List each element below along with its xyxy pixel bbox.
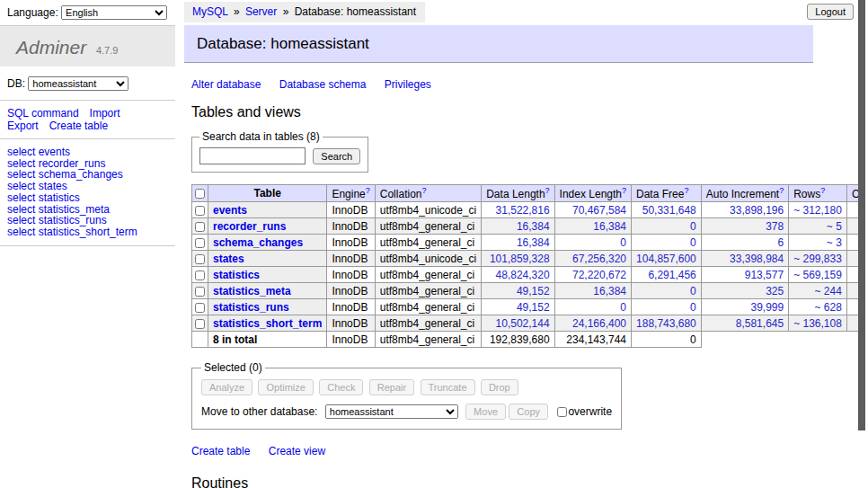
privileges-link[interactable]: Privileges [385,78,431,91]
table-link[interactable]: events [213,204,247,217]
sidebar-link-sql-command[interactable]: SQL command [7,107,79,120]
db-select[interactable]: homeassistant [28,76,128,91]
data-length-cell[interactable]: 31,522,816 [482,202,554,218]
rows-cell[interactable]: ~ 628 [789,299,847,315]
data-free-cell[interactable]: 0 [632,299,702,315]
table-link[interactable]: recorder_runs [213,220,286,233]
data-length-cell[interactable]: 10,502,144 [482,315,554,332]
row-checkbox[interactable] [195,287,205,297]
table-link[interactable]: statistics_short_term [213,317,322,330]
sidebar-link-import[interactable]: Import [90,107,120,120]
help-link[interactable]: ? [366,186,370,195]
table-link[interactable]: statistics [213,269,260,281]
data-free-cell[interactable]: 6,291,456 [632,267,702,283]
table-link[interactable]: statistics_runs [213,301,289,314]
copy-button[interactable]: Copy [509,404,548,420]
row-checkbox[interactable] [195,319,205,329]
row-checkbox[interactable] [195,271,205,280]
auto-increment-cell[interactable]: 33,898,196 [701,202,788,218]
auto-increment-cell[interactable]: 913,577 [701,267,788,283]
rows-cell[interactable]: ~ 5 [789,218,847,235]
data-length-cell[interactable]: 48,824,320 [482,267,554,283]
row-checkbox[interactable] [195,303,205,313]
help-link[interactable]: ? [622,186,626,195]
data-length-cell[interactable]: 16,384 [482,235,554,251]
auto-increment-cell[interactable]: 378 [701,218,788,235]
table-row: statesInnoDButf8mb4_unicode_ci101,859,32… [192,251,868,267]
rows-cell[interactable]: ~ 569,159 [789,267,847,283]
database-actions: Alter database Database schema Privilege… [191,78,813,91]
auto-increment-cell[interactable]: 8,581,645 [701,315,788,332]
create-table-link[interactable]: Create table [191,445,250,457]
move-button[interactable]: Move [465,404,506,420]
row-checkbox[interactable] [195,222,205,232]
data-length-cell[interactable]: 16,384 [482,218,554,235]
auto-increment-cell[interactable]: 33,398,984 [701,251,788,267]
data-length-cell[interactable]: 101,859,328 [482,251,554,267]
index-length-cell[interactable]: 70,467,584 [554,202,631,218]
repair-button[interactable]: Repair [369,379,414,395]
scrollbar-thumb[interactable] [858,0,865,430]
sidebar-item-select-statistics-short-term[interactable]: select statistics_short_term [7,226,175,238]
row-checkbox[interactable] [195,238,205,248]
rows-cell[interactable]: ~ 299,833 [789,251,847,267]
drop-button[interactable]: Drop [481,379,518,395]
index-length-cell[interactable]: 0 [554,299,631,315]
rows-cell[interactable]: ~ 3 [789,235,847,251]
select-all-checkbox[interactable] [195,189,205,199]
overwrite-checkbox[interactable] [557,407,567,417]
check-button[interactable]: Check [319,379,363,395]
language-select[interactable]: English [61,5,167,20]
sidebar-link-export[interactable]: Export [7,120,39,132]
auto-increment-cell[interactable]: 325 [701,283,788,299]
help-link[interactable]: ? [545,186,550,195]
data-free-cell[interactable]: 0 [632,218,702,235]
optimize-button[interactable]: Optimize [258,379,313,395]
help-link[interactable]: ? [684,186,688,195]
column-header-table: Table [208,185,327,202]
table-link[interactable]: statistics_meta [213,285,291,297]
table-link[interactable]: schema_changes [213,236,303,249]
search-button[interactable]: Search [313,148,360,164]
rows-cell[interactable]: ~ 136,108 [789,315,847,332]
auto-increment-cell[interactable]: 6 [701,235,788,251]
tables-and-views-heading: Tables and views [191,104,813,120]
row-checkbox[interactable] [195,254,205,264]
data-free-cell[interactable]: 50,331,648 [632,202,702,218]
index-length-cell[interactable]: 24,166,400 [554,315,631,332]
sidebar-link-create-table[interactable]: Create table [49,120,108,132]
analyze-button[interactable]: Analyze [201,379,252,395]
index-length-cell[interactable]: 0 [554,235,631,251]
help-link[interactable]: ? [820,186,825,195]
data-length-cell[interactable]: 49,152 [482,283,554,299]
help-link[interactable]: ? [779,186,784,195]
index-length-cell[interactable]: 16,384 [554,283,631,299]
rows-cell[interactable]: ~ 312,180 [789,202,847,218]
sidebar-item-select-states[interactable]: select states [7,181,175,192]
row-checkbox[interactable] [195,206,205,216]
rows-cell[interactable]: ~ 244 [789,283,847,299]
help-link[interactable]: ? [421,186,426,195]
move-database-select[interactable]: homeassistant [325,404,458,419]
index-length-cell[interactable]: 16,384 [554,218,631,235]
sidebar-item-select-statistics[interactable]: select statistics [7,192,175,204]
data-free-cell[interactable]: 104,857,600 [632,251,702,267]
data-free-cell[interactable]: 188,743,680 [632,315,702,332]
alter-database-link[interactable]: Alter database [191,78,261,91]
index-length-cell[interactable]: 72,220,672 [554,267,631,283]
create-view-link[interactable]: Create view [269,445,325,457]
index-length-cell[interactable]: 67,256,320 [554,251,631,267]
logout-button[interactable]: Logout [807,4,854,20]
sidebar-item-select-events[interactable]: select events [7,146,175,158]
collation-cell: utf8mb4_general_ci [375,299,481,315]
data-free-cell[interactable]: 0 [632,283,702,299]
truncate-button[interactable]: Truncate [421,379,475,395]
search-input[interactable] [199,147,306,164]
database-schema-link[interactable]: Database schema [279,78,367,91]
data-free-cell[interactable]: 0 [632,235,702,251]
data-length-cell[interactable]: 49,152 [482,299,554,315]
table-link[interactable]: states [213,253,244,265]
auto-increment-cell[interactable]: 39,999 [701,299,788,315]
table-row: statistics_metaInnoDButf8mb4_general_ci4… [192,283,868,299]
engine-cell: InnoDB [327,299,375,315]
